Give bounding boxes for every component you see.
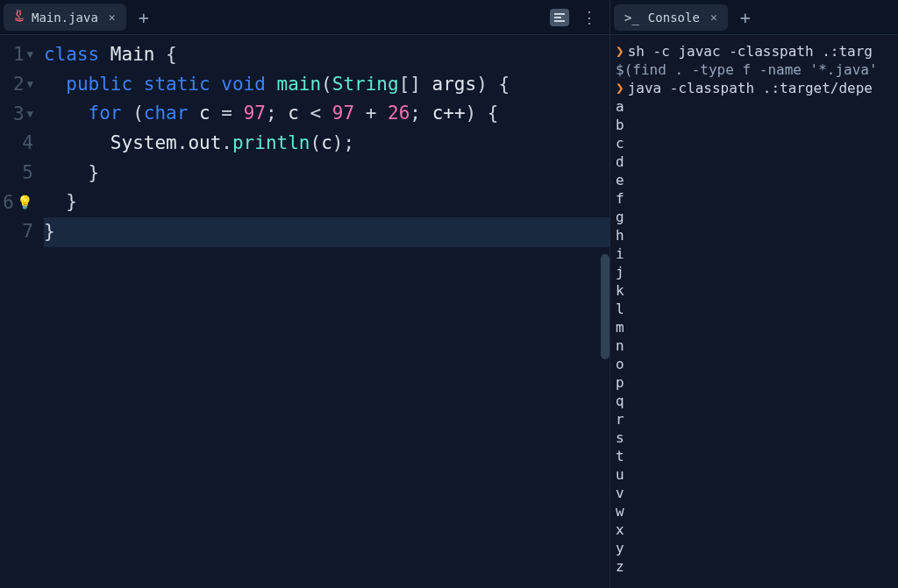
lightbulb-icon[interactable]: 💡 <box>17 188 33 217</box>
console-tab-title: Console <box>648 11 700 25</box>
console-output-line: y <box>616 539 894 557</box>
console-output-line: d <box>616 152 894 171</box>
console-output-line: s <box>616 429 894 447</box>
scrollbar[interactable] <box>601 254 609 359</box>
editor-tab-filename: Main.java <box>32 11 98 25</box>
console-output-line: k <box>616 281 894 300</box>
console-output-line: h <box>616 226 894 244</box>
console-output-line: m <box>616 318 894 337</box>
gutter: 1▼ 2▼ 3▼ 4 5 6💡 7 <box>0 40 39 588</box>
line-number: 2 <box>13 70 25 99</box>
console-output-line: z <box>616 557 894 576</box>
console-output-line: r <box>616 410 894 429</box>
prompt-icon: ❯ <box>616 80 624 96</box>
close-icon[interactable]: ✕ <box>109 11 116 24</box>
console-output-line: f <box>616 189 894 208</box>
console-line: ❯java -classpath .:target/depe <box>616 79 894 97</box>
svg-rect-2 <box>554 20 565 22</box>
svg-rect-0 <box>554 13 565 15</box>
console-output-line: w <box>616 502 894 521</box>
editor-pane: Main.java ✕ + ⋮ 1▼ 2▼ 3▼ 4 5 6💡 7 class … <box>0 0 609 588</box>
editor-tab-main[interactable]: Main.java ✕ <box>4 4 126 31</box>
editor-tab-bar: Main.java ✕ + ⋮ <box>0 0 609 35</box>
menu-dots-icon[interactable]: ⋮ <box>581 10 597 25</box>
add-tab-button[interactable]: + <box>731 5 759 30</box>
console-line: $(find . -type f -name '*.java' <box>616 60 894 79</box>
svg-rect-1 <box>554 17 561 18</box>
console-output-line: v <box>616 484 894 502</box>
line-number: 4 <box>22 129 33 158</box>
line-number: 1 <box>13 40 25 69</box>
console-output-line: l <box>616 300 894 318</box>
code-area[interactable]: 1▼ 2▼ 3▼ 4 5 6💡 7 class Main { public st… <box>0 35 609 588</box>
console-output-line: i <box>616 244 894 263</box>
line-number: 3 <box>13 100 25 129</box>
console-pane: >_ Console ✕ + ❯sh -c javac -classpath .… <box>609 0 898 588</box>
console-output-line: g <box>616 208 894 226</box>
console-output-line: n <box>616 337 894 355</box>
code-line[interactable]: System.out.println(c); <box>44 129 609 159</box>
console-output-line: a <box>616 97 894 116</box>
line-number: 7 <box>22 217 33 246</box>
console-tab[interactable]: >_ Console ✕ <box>614 4 728 31</box>
console-output-line: u <box>616 465 894 484</box>
console-output-line: o <box>616 355 894 373</box>
code-line[interactable]: } <box>44 159 609 188</box>
java-file-icon <box>14 10 25 25</box>
code-line[interactable]: for (char c = 97; c < 97 + 26; c++) { <box>44 99 609 129</box>
console-output-line: x <box>616 521 894 539</box>
format-icon[interactable] <box>550 9 569 26</box>
console-line: ❯sh -c javac -classpath .:targ <box>616 42 894 60</box>
console-output-line: p <box>616 373 894 392</box>
console-content[interactable]: ❯sh -c javac -classpath .:targ $(find . … <box>610 35 898 588</box>
code-line[interactable]: public static void main(String[] args) { <box>44 70 609 100</box>
line-number: 6 <box>3 188 14 217</box>
close-icon[interactable]: ✕ <box>710 11 717 24</box>
console-tab-bar: >_ Console ✕ + <box>610 0 898 35</box>
code-line[interactable]: class Main { <box>44 40 609 70</box>
prompt-icon: ❯ <box>616 43 624 60</box>
editor-tab-bar-right: ⋮ <box>550 9 606 26</box>
console-output-line: t <box>616 447 894 465</box>
code-content[interactable]: class Main { public static void main(Str… <box>39 40 609 588</box>
console-output: abcdefghijklmnopqrstuvwxyz <box>616 97 894 576</box>
console-output-line: j <box>616 263 894 281</box>
console-output-line: q <box>616 392 894 410</box>
terminal-icon: >_ <box>624 11 639 25</box>
console-output-line: e <box>616 171 894 189</box>
console-output-line: b <box>616 116 894 134</box>
code-line[interactable]: } <box>44 217 609 247</box>
fold-icon[interactable]: ▼ <box>27 40 33 69</box>
code-line[interactable]: } <box>44 188 609 217</box>
fold-icon[interactable]: ▼ <box>27 100 33 129</box>
line-number: 5 <box>22 159 33 188</box>
console-output-line: c <box>616 134 894 152</box>
add-tab-button[interactable]: + <box>130 5 158 30</box>
fold-icon[interactable]: ▼ <box>27 70 33 99</box>
